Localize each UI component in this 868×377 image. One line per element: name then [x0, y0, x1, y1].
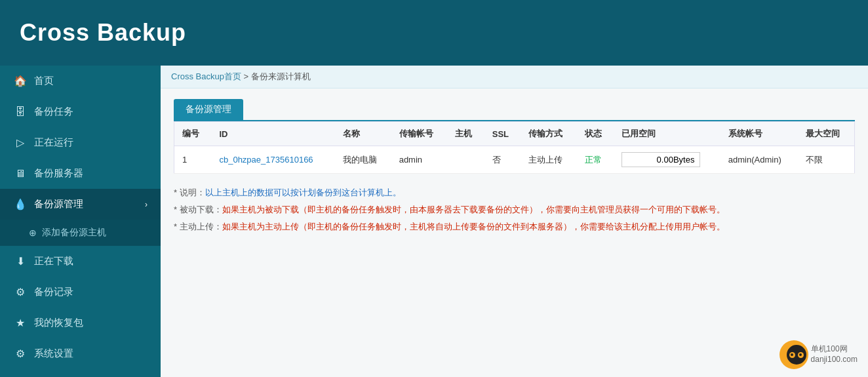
restore-icon: ★	[13, 317, 28, 329]
cell-host	[447, 146, 484, 174]
sidebar-item-restore[interactable]: ★ 我的恢复包	[0, 308, 161, 338]
add-source-icon: ⊕	[29, 228, 37, 238]
breadcrumb-current: 备份来源计算机	[251, 71, 311, 81]
sidebar-label-add-source: 添加备份源主机	[42, 227, 106, 239]
logo-line2: danji100.com	[811, 355, 858, 365]
sidebar-label-source-manage: 备份源管理	[34, 198, 83, 210]
col-header-id-num: 编号	[174, 122, 212, 146]
table-row: 1 cb_0hzpae_1735610166 我的电脑 admin 否 主动上传…	[174, 146, 855, 174]
breadcrumb-separator: >	[241, 71, 251, 81]
sidebar-label-running: 正在运行	[34, 136, 73, 149]
note-line-2: * 被动下载：如果主机为被动下载（即主机的备份任务触发时，由本服务器去下载要备份…	[174, 201, 855, 218]
sidebar-item-home[interactable]: 🏠 首页	[0, 66, 161, 96]
app-title: Cross Backup	[20, 19, 186, 47]
content-area: 备份源管理 编号 ID 名称 传输帐号 主机 SSL 传输方式 状态 已用空间	[161, 89, 868, 377]
note-highlight-1: 以上主机上的数据可以按计划备份到这台计算机上。	[205, 188, 401, 197]
col-header-id: ID	[211, 122, 335, 146]
col-header-max-space: 最大空间	[798, 122, 854, 146]
sidebar-label-server: 备份服务器	[34, 167, 83, 180]
logo-inner-circle	[787, 345, 806, 365]
logo-pupil-left	[791, 353, 793, 356]
col-header-sys-account: 系统帐号	[720, 122, 798, 146]
footer-logo: + 单机100网 danji100.com	[779, 340, 858, 369]
body-layout: 🏠 首页 🗄 备份任务 ▷ 正在运行 🖥 备份服务器 💧 备份源管理 › ⊕ 添…	[0, 66, 868, 377]
sidebar-item-add-source[interactable]: ⊕ 添加备份源主机	[0, 220, 161, 246]
col-header-account: 传输帐号	[391, 122, 448, 146]
cell-id-link[interactable]: cb_0hzpae_1735610166	[211, 146, 335, 174]
records-icon: ⚙	[13, 286, 28, 298]
sidebar-item-running[interactable]: ▷ 正在运行	[0, 127, 161, 158]
running-icon: ▷	[13, 136, 28, 149]
cell-transfer: 主动上传	[521, 146, 577, 174]
col-header-transfer: 传输方式	[521, 122, 577, 146]
col-header-status: 状态	[577, 122, 614, 146]
logo-text: 单机100网 danji100.com	[811, 344, 858, 365]
sidebar-label-home: 首页	[34, 75, 54, 87]
cell-name: 我的电脑	[335, 146, 391, 174]
download-icon: ⬇	[13, 255, 28, 268]
cell-max-space: 不限	[798, 146, 854, 174]
breadcrumb: Cross Backup首页 > 备份来源计算机	[161, 66, 868, 89]
cell-ssl: 否	[484, 146, 521, 174]
logo-plus-icon: +	[781, 349, 787, 361]
logo-line1: 单机100网	[811, 344, 858, 355]
logo-eye-left	[789, 352, 795, 358]
note-line-1: * 说明：以上主机上的数据可以按计划备份到这台计算机上。	[174, 184, 855, 201]
sidebar-label-records: 备份记录	[34, 286, 73, 298]
sidebar-label-backup-tasks: 备份任务	[34, 106, 73, 118]
chevron-right-icon: ›	[145, 200, 148, 209]
notes-area: * 说明：以上主机上的数据可以按计划备份到这台计算机上。 * 被动下载：如果主机…	[174, 184, 855, 235]
sidebar-item-backup-tasks[interactable]: 🗄 备份任务	[0, 96, 161, 127]
sidebar-label-downloading: 正在下载	[34, 255, 73, 268]
sidebar-item-backup-server[interactable]: 🖥 备份服务器	[0, 158, 161, 189]
note-line-3: * 主动上传：如果主机为主动上传（即主机的备份任务触发时，主机将自动上传要备份的…	[174, 218, 855, 235]
sidebar-item-backup-records[interactable]: ⚙ 备份记录	[0, 277, 161, 308]
sidebar-item-downloading[interactable]: ⬇ 正在下载	[0, 246, 161, 277]
cell-status: 正常	[577, 146, 614, 174]
col-header-used-space: 已用空间	[614, 122, 720, 146]
sidebar-label-restore: 我的恢复包	[34, 317, 83, 329]
note-highlight-2: 如果主机为被动下载（即主机的备份任务触发时，由本服务器去下载要备份的文件），你需…	[222, 205, 725, 214]
cell-account: admin	[391, 146, 448, 174]
col-header-host: 主机	[447, 122, 484, 146]
sidebar-item-settings[interactable]: ⚙ 系统设置	[0, 338, 161, 369]
cell-sys-account: admin(Admin)	[720, 146, 798, 174]
logo-eye-right	[798, 352, 804, 358]
settings-icon: ⚙	[13, 347, 28, 360]
app-header: Cross Backup	[0, 0, 868, 66]
tab-bar: 备份源管理	[174, 99, 855, 121]
main-content: Cross Backup首页 > 备份来源计算机 备份源管理 编号 ID 名称 …	[161, 66, 868, 377]
backup-tasks-icon: 🗄	[13, 106, 28, 118]
cell-used-space[interactable]	[614, 146, 720, 174]
logo-pupil-right	[799, 353, 802, 356]
sidebar: 🏠 首页 🗄 备份任务 ▷ 正在运行 🖥 备份服务器 💧 备份源管理 › ⊕ 添…	[0, 66, 161, 377]
source-manage-icon: 💧	[13, 198, 28, 210]
sidebar-item-source-manage[interactable]: 💧 备份源管理 ›	[0, 189, 161, 220]
cell-id-num: 1	[174, 146, 212, 174]
sidebar-label-settings: 系统设置	[34, 347, 73, 360]
sidebar-sub-menu: ⊕ 添加备份源主机	[0, 220, 161, 246]
col-header-ssl: SSL	[484, 122, 521, 146]
tab-source-manage[interactable]: 备份源管理	[174, 99, 243, 120]
data-table: 编号 ID 名称 传输帐号 主机 SSL 传输方式 状态 已用空间 系统帐号 最…	[174, 121, 855, 174]
home-icon: 🏠	[13, 75, 28, 87]
breadcrumb-home[interactable]: Cross Backup首页	[171, 71, 241, 81]
note-highlight-3: 如果主机为主动上传（即主机的备份任务触发时，主机将自动上传要备份的文件到本服务器…	[222, 222, 725, 231]
id-link: cb_0hzpae_1735610166	[219, 155, 313, 165]
col-header-name: 名称	[335, 122, 391, 146]
server-icon: 🖥	[13, 168, 28, 180]
logo-outer-circle: +	[779, 340, 808, 369]
